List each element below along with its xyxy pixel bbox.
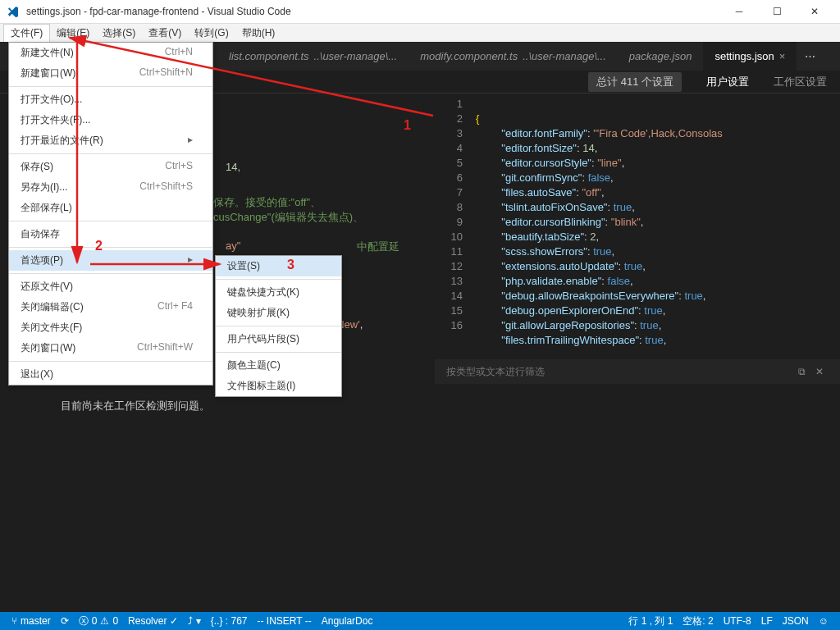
title-bar: settings.json - fpd-car-manage-frontend … bbox=[0, 0, 840, 24]
menu-goto[interactable]: 转到(G) bbox=[188, 25, 235, 42]
status-resolver[interactable]: Resolver ✓ bbox=[123, 615, 183, 627]
error-icon: ⓧ bbox=[79, 614, 89, 628]
status-spaces[interactable]: 空格: 2 bbox=[678, 614, 718, 628]
annotation-2: 2 bbox=[95, 239, 103, 253]
menu-open-recent[interactable]: 打开最近的文件(R)▸ bbox=[9, 130, 212, 151]
filter-bar: ⧉ ✕ bbox=[435, 359, 840, 384]
tab-overflow-button[interactable]: ⋯ bbox=[797, 42, 824, 71]
menu-new-file[interactable]: 新建文件(N)Ctrl+N bbox=[9, 43, 212, 63]
filter-input[interactable] bbox=[446, 366, 792, 377]
menu-new-window[interactable]: 新建窗口(W)Ctrl+Shift+N bbox=[9, 63, 212, 84]
menu-save-all[interactable]: 全部保存(L) bbox=[9, 198, 212, 218]
line-gutter: 1234 5678 9101112 13141516 bbox=[435, 94, 476, 359]
annotation-1: 1 bbox=[404, 118, 411, 133]
menu-autosave[interactable]: 自动保存 bbox=[9, 224, 212, 244]
problems-empty-message: 目前尚未在工作区检测到问题。 bbox=[61, 399, 210, 413]
submenu-icon-theme[interactable]: 文件图标主题(I) bbox=[216, 376, 341, 396]
status-branch[interactable]: ⑂master bbox=[7, 615, 56, 627]
annotation-3: 3 bbox=[287, 258, 294, 272]
tab-settings-json[interactable]: settings.json× bbox=[703, 42, 797, 71]
vscode-logo-icon bbox=[7, 5, 20, 18]
menu-open-folder[interactable]: 打开文件夹(F)... bbox=[9, 110, 212, 130]
submenu-snippets[interactable]: 用户代码片段(S) bbox=[216, 329, 341, 349]
git-branch-icon: ⑂ bbox=[11, 615, 17, 627]
menu-save[interactable]: 保存(S)Ctrl+S bbox=[9, 157, 212, 177]
status-encoding[interactable]: UTF-8 bbox=[719, 615, 756, 627]
menu-preferences[interactable]: 首选项(P)▸ bbox=[9, 250, 212, 271]
close-icon[interactable]: × bbox=[779, 50, 786, 62]
window-title: settings.json - fpd-car-manage-frontend … bbox=[26, 6, 720, 17]
user-settings-tab[interactable]: 用户设置 bbox=[706, 75, 749, 89]
menu-close-folder[interactable]: 关闭文件夹(F) bbox=[9, 317, 212, 338]
status-sync[interactable]: ⟳ bbox=[56, 615, 74, 627]
menu-close-window[interactable]: 关闭窗口(W)Ctrl+Shift+W bbox=[9, 338, 212, 358]
minimize-button[interactable]: ─ bbox=[720, 0, 758, 24]
settings-count: 总计 411 个设置 bbox=[588, 72, 682, 92]
warning-icon: ⚠ bbox=[100, 615, 109, 627]
status-insert[interactable]: -- INSERT -- bbox=[252, 615, 316, 627]
menu-select[interactable]: 选择(S) bbox=[96, 25, 142, 42]
menu-revert[interactable]: 还原文件(V) bbox=[9, 276, 212, 297]
tab-package-json[interactable]: package.json bbox=[618, 42, 704, 71]
status-push[interactable]: ⤴ ▾ bbox=[183, 615, 205, 627]
status-errors[interactable]: ⓧ0 ⚠0 bbox=[74, 614, 123, 628]
status-angular[interactable]: AngularDoc bbox=[317, 615, 378, 627]
submenu-keymap-ext[interactable]: 键映射扩展(K) bbox=[216, 303, 341, 323]
maximize-button[interactable]: ☐ bbox=[758, 0, 796, 24]
status-feedback-icon[interactable]: ☺ bbox=[814, 615, 833, 627]
tab-list-component[interactable]: list.component.ts..\user-manage\... bbox=[217, 42, 409, 71]
menu-open-file[interactable]: 打开文件(O)... bbox=[9, 89, 212, 110]
status-lang[interactable]: JSON bbox=[778, 615, 814, 627]
submenu-color-theme[interactable]: 颜色主题(C) bbox=[216, 355, 341, 376]
menu-close-editor[interactable]: 关闭编辑器(C)Ctrl+ F4 bbox=[9, 297, 212, 317]
menu-bar: 文件(F) 编辑(E) 选择(S) 查看(V) 转到(G) 帮助(H) bbox=[0, 24, 840, 42]
submenu-keyboard-shortcuts[interactable]: 键盘快捷方式(K) bbox=[216, 282, 341, 303]
workspace-settings-tab[interactable]: 工作区设置 bbox=[774, 75, 827, 89]
menu-view[interactable]: 查看(V) bbox=[142, 25, 188, 42]
menu-save-as[interactable]: 另存为(I)...Ctrl+Shift+S bbox=[9, 177, 212, 198]
status-position[interactable]: 行 1 , 列 1 bbox=[623, 614, 678, 628]
clear-icon[interactable]: ✕ bbox=[810, 366, 829, 377]
tab-modify-component[interactable]: modify.component.ts..\user-manage\... bbox=[409, 42, 618, 71]
menu-file[interactable]: 文件(F) bbox=[3, 24, 50, 42]
status-eol[interactable]: LF bbox=[756, 615, 778, 627]
close-window-button[interactable]: ✕ bbox=[796, 0, 833, 24]
menu-help[interactable]: 帮助(H) bbox=[235, 25, 282, 42]
file-menu-dropdown: 新建文件(N)Ctrl+N 新建窗口(W)Ctrl+Shift+N 打开文件(O… bbox=[8, 42, 213, 386]
code-editor[interactable]: { "editor.fontFamily": "'Fira Code',Hack… bbox=[476, 94, 840, 359]
submenu-settings[interactable]: 设置(S) bbox=[216, 256, 341, 276]
menu-edit[interactable]: 编辑(E) bbox=[50, 25, 96, 42]
status-bar: ⑂master ⟳ ⓧ0 ⚠0 Resolver ✓ ⤴ ▾ {..} : 76… bbox=[0, 612, 840, 630]
copy-icon[interactable]: ⧉ bbox=[792, 366, 810, 377]
status-json-lines[interactable]: {..} : 767 bbox=[206, 615, 253, 627]
menu-exit[interactable]: 退出(X) bbox=[9, 364, 212, 385]
preferences-submenu: 设置(S) 键盘快捷方式(K) 键映射扩展(K) 用户代码片段(S) 颜色主题(… bbox=[215, 255, 342, 397]
